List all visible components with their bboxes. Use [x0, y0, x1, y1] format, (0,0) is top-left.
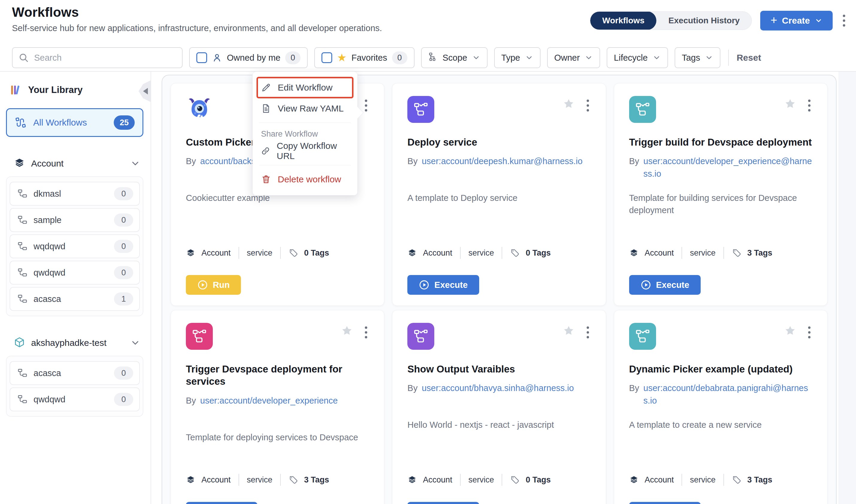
type-label: service	[468, 475, 494, 485]
execute-button[interactable]: Execute	[629, 502, 701, 504]
owner-link[interactable]: user:account/bhavya.sinha@harness.io	[422, 382, 574, 412]
owned-by-me-checkbox[interactable]	[196, 52, 207, 63]
card-kebab-menu-icon[interactable]	[585, 325, 591, 340]
workflow-card: Trigger Devspace deployment for services…	[171, 310, 384, 504]
filter-dropdown-tags[interactable]: Tags	[674, 47, 720, 68]
owner-link[interactable]: user:account/deepesh.kumar@harness.io	[422, 155, 582, 185]
card-kebab-menu-icon[interactable]	[806, 98, 812, 113]
filter-dropdown-type[interactable]: Type	[494, 47, 541, 68]
tags-count-label: 3 Tags	[747, 475, 772, 485]
dropdown-label: Tags	[682, 53, 700, 63]
favorite-star-icon[interactable]	[784, 98, 796, 110]
scrollbar-track[interactable]	[839, 72, 856, 504]
favorite-star-icon[interactable]	[563, 325, 575, 337]
sidebar-item-wqdqwd[interactable]: wqdqwd 0	[10, 234, 140, 258]
sidebar-item-all-workflows[interactable]: All Workflows 25	[6, 108, 143, 137]
tag-icon	[732, 248, 741, 258]
project-name: wqdqwd	[34, 241, 108, 251]
footer-divider	[280, 247, 281, 259]
card-kebab-menu-icon[interactable]	[585, 98, 591, 113]
search-box[interactable]	[12, 47, 183, 68]
action-label: Execute	[656, 280, 689, 290]
owner-link[interactable]: user:account/developer_experience	[200, 394, 338, 424]
owned-by-me-filter[interactable]: Owned by me 0	[189, 47, 308, 68]
execute-button[interactable]: Execute	[407, 275, 479, 295]
menu-item-edit-workflow[interactable]: Edit Workflow	[257, 78, 353, 97]
card-kebab-menu-icon[interactable]	[363, 98, 369, 113]
filter-dropdown-owner[interactable]: Owner	[547, 47, 600, 68]
page-title: Workflows	[12, 5, 79, 20]
sidebar-item-acasca[interactable]: acasca 0	[10, 361, 140, 385]
chevron-down-icon	[652, 54, 661, 62]
menu-item-label: Delete workflow	[278, 174, 341, 184]
workflow-title: Trigger build for Devspace deployment	[629, 136, 812, 148]
execute-button[interactable]: Execute	[186, 502, 257, 504]
filter-divider	[728, 50, 729, 66]
filter-bar: Owned by me 0 ★ Favorites 0 Scope Type O…	[0, 44, 856, 71]
favorite-star-icon[interactable]	[563, 98, 575, 110]
layers-icon	[407, 475, 417, 485]
sidebar-item-dkmasl[interactable]: dkmasl 0	[10, 182, 140, 206]
sidebar-item-qwdqwd[interactable]: qwdqwd 0	[10, 388, 140, 411]
favorites-checkbox[interactable]	[322, 52, 332, 63]
filter-dropdown-lifecycle[interactable]: Lifecycle	[607, 47, 668, 68]
menu-item-delete-workflow[interactable]: Delete workflow	[253, 170, 357, 188]
project-count-badge: 0	[114, 266, 133, 279]
toggle-execution-history[interactable]: Execution History	[656, 11, 752, 30]
favorites-filter[interactable]: ★ Favorites 0	[314, 47, 414, 68]
hierarchy-icon	[428, 52, 438, 64]
workflow-byline: By user:account/developer_experience	[186, 394, 369, 424]
menu-item-copy-workflow-url[interactable]: Copy Workflow URL	[253, 142, 357, 160]
execute-button[interactable]: Execute	[407, 502, 479, 504]
sidebar-item-qwdqwd[interactable]: qwdqwd 0	[10, 261, 140, 285]
layers-icon	[629, 248, 639, 258]
footer-divider	[682, 474, 682, 486]
page-kebab-menu-icon[interactable]	[841, 13, 847, 29]
all-workflows-count-badge: 25	[114, 115, 135, 130]
pencil-icon	[261, 83, 271, 93]
workflow-byline: By user:account/developer_experience@har…	[629, 155, 812, 185]
trash-icon	[261, 174, 271, 184]
owner-link[interactable]: account/backs	[200, 155, 256, 185]
favorite-star-icon[interactable]	[341, 325, 353, 337]
workflow-card: Show Output Varaibles By user:account/bh…	[392, 310, 606, 504]
menu-divider	[259, 123, 351, 123]
menu-item-label: Copy Workflow URL	[277, 141, 349, 161]
sidebar-item-acasca[interactable]: acasca 1	[10, 287, 140, 311]
header-actions: Workflows Execution History + Create	[590, 11, 847, 31]
chevron-down-icon	[472, 54, 480, 62]
project-name: acasca	[34, 368, 108, 378]
project-count-badge: 0	[114, 393, 133, 406]
workflow-card: Dynamic Picker example (updated) By user…	[614, 310, 827, 504]
execute-button[interactable]: Execute	[629, 275, 701, 295]
favorites-label: Favorites	[352, 53, 387, 63]
favorite-star-icon[interactable]	[784, 325, 796, 337]
scope-label: Account	[202, 475, 231, 485]
workflow-description: Template for deploying services to Devsp…	[186, 431, 369, 444]
sidebar-section-header[interactable]: akshayphadke-test	[6, 336, 143, 350]
scope-label: Account	[645, 248, 674, 258]
card-kebab-menu-icon[interactable]	[806, 325, 812, 340]
sidebar-section-header[interactable]: Account	[6, 156, 143, 171]
toggle-workflows[interactable]: Workflows	[590, 11, 656, 30]
scope-label: Account	[423, 248, 452, 258]
reset-filters-button[interactable]: Reset	[737, 53, 761, 63]
by-prefix: By	[629, 155, 639, 185]
owner-link[interactable]: user:account/debabrata.panigrahi@harness…	[644, 382, 812, 412]
menu-section-share-workflow: Share Workflow	[253, 128, 357, 142]
card-kebab-menu-icon[interactable]	[363, 325, 369, 340]
tag-icon	[732, 475, 741, 485]
library-icon	[10, 84, 22, 96]
footer-divider	[502, 247, 502, 259]
search-icon	[19, 53, 29, 63]
type-label: service	[247, 248, 273, 258]
layers-icon	[14, 157, 25, 170]
filter-dropdown-scope[interactable]: Scope	[421, 47, 487, 68]
run-button[interactable]: Run	[186, 275, 241, 295]
menu-divider	[259, 165, 351, 165]
owner-link[interactable]: user:account/developer_experience@harnes…	[644, 155, 812, 185]
sidebar-item-sample[interactable]: sample 0	[10, 208, 140, 232]
menu-item-view-raw-yaml[interactable]: View Raw YAML	[253, 99, 357, 118]
create-button[interactable]: + Create	[760, 11, 833, 31]
search-input[interactable]	[34, 53, 176, 63]
